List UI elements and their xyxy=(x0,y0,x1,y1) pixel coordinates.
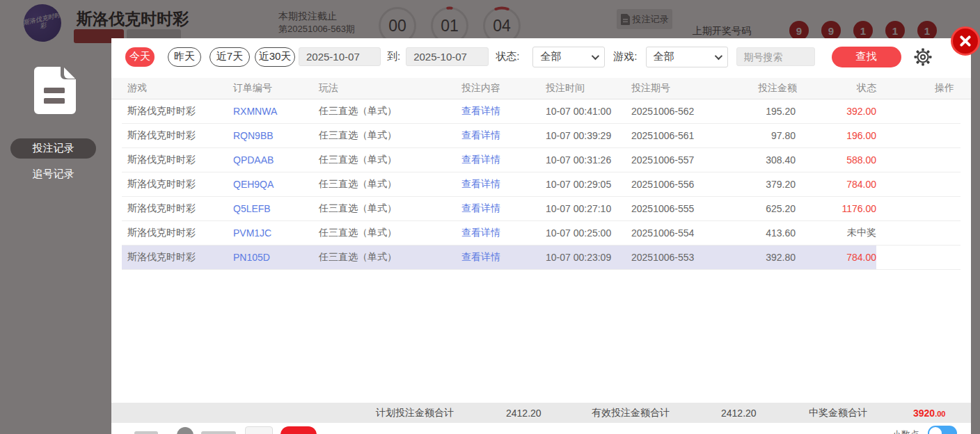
pagination-text xyxy=(134,431,158,434)
cell-time: 10-07 00:23:09 xyxy=(540,252,626,263)
column-header: 投注时间 xyxy=(540,82,626,95)
sidebar-item-bet-records[interactable]: 投注记录 xyxy=(10,138,96,159)
page-number-button[interactable] xyxy=(177,427,193,434)
cell-order: QPDAAB xyxy=(228,154,313,166)
cell-amount: 308.40 xyxy=(724,154,797,166)
date-from-input[interactable] xyxy=(299,47,381,66)
column-header: 玩法 xyxy=(313,82,456,95)
cell-amount: 195.20 xyxy=(724,106,797,117)
cell-play: 任三直选（单式） xyxy=(313,202,456,215)
settings-gear-icon[interactable] xyxy=(914,48,932,66)
cell-amount: 413.60 xyxy=(724,227,797,239)
cell-order: RQN9BB xyxy=(228,130,313,141)
cell-play: 任三直选（单式） xyxy=(313,227,456,239)
cell-time: 10-07 00:29:05 xyxy=(540,179,626,190)
modal-sidebar: 投注记录追号记录 xyxy=(0,38,111,434)
filter-bar: 今天昨天近7天近30天 到: 状态: 全部 游戏: 全部 查找 xyxy=(111,38,971,75)
chevron-down-icon xyxy=(592,51,599,59)
screen: 斯洛伐克时时彩 斯洛伐克时时彩 本期投注截止 第20251006-563期 00… xyxy=(0,0,980,434)
cell-time: 10-07 00:25:00 xyxy=(540,227,626,239)
table-row[interactable]: 斯洛伐克时时彩QEH9QA任三直选（单式）查看详情10-07 00:29:052… xyxy=(122,172,961,197)
quick-filter-2[interactable]: 近7天 xyxy=(210,47,250,67)
table-row[interactable]: 斯洛伐克时时彩RQN9BB任三直选（单式）查看详情10-07 00:39:292… xyxy=(122,124,961,148)
close-modal-button[interactable] xyxy=(951,26,980,56)
quick-filter-1[interactable]: 昨天 xyxy=(168,47,201,67)
column-header: 游戏 xyxy=(122,82,228,95)
decimal-toggle[interactable] xyxy=(928,426,957,434)
cell-game: 斯洛伐克时时彩 xyxy=(122,202,228,215)
game-filter-label: 游戏: xyxy=(613,50,637,63)
search-button[interactable]: 查找 xyxy=(832,47,901,67)
pagination-bar: 小数点 xyxy=(111,423,971,434)
quick-filter-0[interactable]: 今天 xyxy=(125,47,155,67)
cell-game: 斯洛伐克时时彩 xyxy=(122,227,228,239)
period-search-input[interactable] xyxy=(736,47,815,66)
game-select[interactable]: 全部 xyxy=(646,47,728,67)
cell-content[interactable]: 查看详情 xyxy=(456,202,540,215)
table-row[interactable]: 斯洛伐克时时彩PVM1JC任三直选（单式）查看详情10-07 00:25:002… xyxy=(122,221,961,246)
cell-status: 未中奖 xyxy=(797,227,880,239)
cell-game: 斯洛伐克时时彩 xyxy=(122,154,228,166)
table-row[interactable]: 斯洛伐克时时彩RXMNWA任三直选（单式）查看详情10-07 00:41:002… xyxy=(122,99,961,124)
cell-content[interactable]: 查看详情 xyxy=(456,227,540,239)
date-to-input[interactable] xyxy=(406,47,489,66)
column-header: 投注内容 xyxy=(456,82,540,95)
cell-order: PN105D xyxy=(228,252,313,263)
page-jump-button[interactable] xyxy=(280,426,317,434)
cell-order: QEH9QA xyxy=(228,179,313,190)
cell-content[interactable]: 查看详情 xyxy=(456,251,540,264)
pagination-text xyxy=(201,431,236,434)
status-select[interactable]: 全部 xyxy=(532,47,605,67)
cell-status: 196.00 xyxy=(797,130,880,141)
cell-content[interactable]: 查看详情 xyxy=(456,154,540,166)
cell-time: 10-07 00:27:10 xyxy=(540,203,626,214)
cell-game: 斯洛伐克时时彩 xyxy=(122,178,228,191)
valid-total-label: 有效投注金额合计 xyxy=(592,403,670,423)
cell-play: 任三直选（单式） xyxy=(313,251,456,264)
cell-order: RXMNWA xyxy=(228,106,313,117)
column-header: 投注期号 xyxy=(626,82,724,95)
cell-period: 20251006-555 xyxy=(626,203,724,214)
records-doc-icon xyxy=(33,67,76,114)
table-row[interactable]: 斯洛伐克时时彩PN105D任三直选（单式）查看详情10-07 00:23:092… xyxy=(122,246,961,270)
cell-period: 20251006-556 xyxy=(626,179,724,190)
decimal-toggle-label: 小数点 xyxy=(892,428,919,434)
cell-content[interactable]: 查看详情 xyxy=(456,129,540,142)
plan-total-label: 计划投注金额合计 xyxy=(376,403,454,423)
game-select-value: 全部 xyxy=(654,50,674,63)
table-row[interactable]: 斯洛伐克时时彩Q5LEFB任三直选（单式）查看详情10-07 00:27:102… xyxy=(122,197,961,221)
column-header: 状态 xyxy=(797,82,880,95)
table-body: 斯洛伐克时时彩RXMNWA任三直选（单式）查看详情10-07 00:41:002… xyxy=(111,99,971,270)
cell-status: 1176.00 xyxy=(797,203,880,214)
win-total-value: 3920.00 xyxy=(913,403,945,423)
toggle-knob xyxy=(929,427,942,434)
cell-amount: 379.20 xyxy=(724,179,797,190)
cell-play: 任三直选（单式） xyxy=(313,129,456,142)
cell-amount: 392.80 xyxy=(724,252,797,263)
win-total-label: 中奖金额合计 xyxy=(809,403,867,423)
page-jump-input[interactable] xyxy=(245,426,273,434)
cell-period: 20251006-553 xyxy=(626,252,724,263)
cell-period: 20251006-557 xyxy=(626,154,724,166)
cell-amount: 625.20 xyxy=(724,203,797,214)
cell-status: 588.00 xyxy=(797,154,880,166)
column-header: 订单编号 xyxy=(228,82,313,95)
cell-time: 10-07 00:39:29 xyxy=(540,130,626,141)
cell-status: 392.00 xyxy=(797,106,880,117)
table-row[interactable]: 斯洛伐克时时彩QPDAAB任三直选（单式）查看详情10-07 00:31:262… xyxy=(122,148,961,172)
status-select-value: 全部 xyxy=(540,50,561,63)
cell-period: 20251006-562 xyxy=(626,106,724,117)
cell-period: 20251006-561 xyxy=(626,130,724,141)
cell-game: 斯洛伐克时时彩 xyxy=(122,251,228,264)
cell-order: PVM1JC xyxy=(228,227,313,239)
sidebar-item-chase-records[interactable]: 追号记录 xyxy=(10,164,96,184)
cell-content[interactable]: 查看详情 xyxy=(456,105,540,118)
cell-play: 任三直选（单式） xyxy=(313,105,456,118)
cell-time: 10-07 00:31:26 xyxy=(540,154,626,166)
cell-content[interactable]: 查看详情 xyxy=(456,178,540,191)
cell-period: 20251006-554 xyxy=(626,227,724,239)
cell-time: 10-07 00:41:00 xyxy=(540,106,626,117)
quick-filter-3[interactable]: 近30天 xyxy=(255,47,295,67)
cell-amount: 97.80 xyxy=(724,130,797,141)
cell-game: 斯洛伐克时时彩 xyxy=(122,129,228,142)
